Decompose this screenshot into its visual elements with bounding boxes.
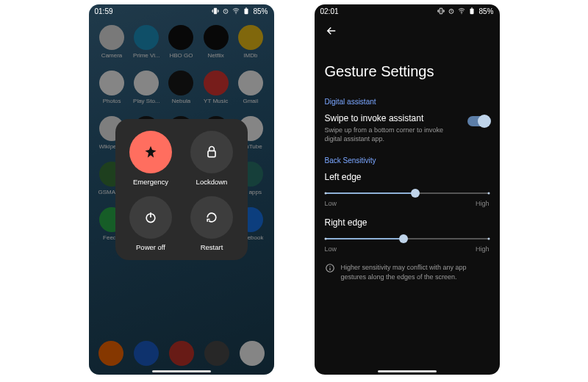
nav-home-pill[interactable] xyxy=(378,370,437,372)
power-restart-label: Restart xyxy=(201,243,223,251)
sensitivity-info-text: Higher sensitivity may conflict with any… xyxy=(341,263,490,281)
power-emergency[interactable]: Emergency xyxy=(123,131,179,186)
left-edge-block: Left edge Low High xyxy=(325,172,490,207)
svg-rect-2 xyxy=(245,9,248,15)
vibrate-icon xyxy=(437,7,445,15)
status-battery: 85% xyxy=(253,7,268,15)
phone-settings: 02:01 85% Gesture Settings Digital assis… xyxy=(315,4,500,375)
right-edge-high: High xyxy=(476,245,490,253)
status-time: 01:59 xyxy=(95,7,113,15)
left-edge-slider[interactable] xyxy=(326,192,489,194)
swipe-assistant-row[interactable]: Swipe to invoke assistant Swipe up from … xyxy=(325,113,490,143)
power-menu: Emergency Lockdown Power off Restart xyxy=(115,119,248,260)
alarm-icon xyxy=(222,7,229,15)
right-edge-block: Right edge Low High xyxy=(325,217,490,253)
section-back-sensitivity: Back Sensitivity xyxy=(325,156,490,165)
swipe-assistant-title: Swipe to invoke assistant xyxy=(325,113,460,123)
left-edge-label: Left edge xyxy=(325,172,490,182)
power-lockdown-label: Lockdown xyxy=(196,178,228,186)
alarm-icon xyxy=(448,7,455,15)
power-emergency-label: Emergency xyxy=(133,178,168,186)
phone-home: 01:59 85% CameraPrime Vi...HBO GONetflix… xyxy=(89,4,274,375)
sensitivity-info: Higher sensitivity may conflict with any… xyxy=(325,263,490,281)
power-icon xyxy=(129,196,172,239)
wifi-icon xyxy=(458,7,465,15)
arrow-left-icon xyxy=(325,24,338,37)
svg-point-1 xyxy=(236,13,237,14)
info-icon xyxy=(325,263,335,273)
left-edge-high: High xyxy=(476,200,490,207)
svg-rect-9 xyxy=(470,9,474,15)
svg-point-8 xyxy=(462,13,462,14)
status-icons: 85% xyxy=(212,7,268,15)
status-bar: 01:59 85% xyxy=(89,4,274,18)
power-lockdown[interactable]: Lockdown xyxy=(184,131,240,186)
power-off[interactable]: Power off xyxy=(123,196,179,251)
emergency-icon xyxy=(129,131,172,173)
status-icons: 85% xyxy=(437,7,493,15)
power-restart[interactable]: Restart xyxy=(184,196,240,251)
svg-rect-10 xyxy=(472,7,473,8)
swipe-assistant-toggle[interactable] xyxy=(467,116,490,126)
left-edge-low: Low xyxy=(325,200,337,207)
wifi-icon xyxy=(232,7,240,15)
restart-icon xyxy=(190,196,233,239)
swipe-assistant-sub: Swipe up from a bottom corner to invoke … xyxy=(325,126,460,143)
svg-rect-4 xyxy=(208,151,215,156)
svg-rect-3 xyxy=(246,7,248,8)
status-bar: 02:01 85% xyxy=(315,4,500,18)
lock-icon xyxy=(190,131,233,173)
back-button[interactable] xyxy=(325,24,338,39)
vibrate-icon xyxy=(212,7,219,15)
section-digital-assistant: Digital assistant xyxy=(325,98,490,106)
battery-icon xyxy=(243,7,250,15)
right-edge-low: Low xyxy=(325,245,337,253)
page-title: Gesture Settings xyxy=(325,63,490,80)
svg-point-13 xyxy=(329,266,330,267)
right-edge-label: Right edge xyxy=(325,217,490,228)
power-off-label: Power off xyxy=(136,243,165,251)
right-edge-slider[interactable] xyxy=(326,238,489,239)
battery-icon xyxy=(468,7,476,15)
status-battery: 85% xyxy=(478,7,493,15)
status-time: 02:01 xyxy=(320,7,339,15)
nav-home-pill[interactable] xyxy=(152,370,211,372)
